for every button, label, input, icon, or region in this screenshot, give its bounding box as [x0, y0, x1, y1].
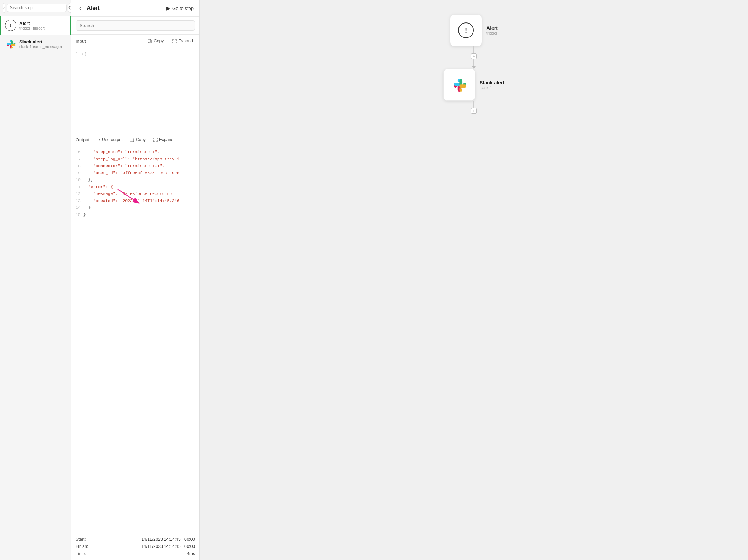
output-line-8: "connector": "terminate-1.1", [83, 162, 195, 170]
output-section-header: Output Use output Copy [71, 133, 199, 146]
sidebar-item-alert-sub: trigger (trigger) [19, 26, 45, 30]
slack-node-info: Slack alert slack-1 [480, 80, 504, 90]
slack-node-sub: slack-1 [480, 85, 504, 90]
finish-value: 14/11/2023 14:14:45 +00:00 [142, 544, 195, 549]
input-section: Input Copy Expand 1 {} [71, 35, 199, 133]
input-copy-button[interactable]: Copy [145, 37, 166, 45]
alert-node-icon: ! [458, 22, 474, 38]
output-label: Output [76, 137, 89, 142]
sidebar-item-slack[interactable]: Slack alert slack-1 (send_message) [0, 35, 71, 53]
sidebar-item-slack-name: Slack alert [19, 39, 62, 45]
slack-node-name: Slack alert [480, 80, 504, 85]
output-line-9: "user_id": "3ffd05cf-5535-4393-a098 [83, 170, 195, 177]
time-value: 4ms [187, 551, 195, 556]
input-line-numbers: 1 [76, 51, 78, 129]
sidebar-search-input[interactable] [7, 4, 67, 12]
output-code-area: 6789101112131415 "step_name": "terminate… [71, 146, 199, 533]
start-label: Start: [76, 537, 97, 542]
slack-icon [5, 38, 16, 50]
input-code-area: 1 {} [71, 47, 199, 133]
copy-icon [148, 39, 152, 43]
output-line-15: } [83, 211, 195, 218]
output-line-10: }, [83, 176, 195, 183]
connector-vline-mid [473, 59, 474, 66]
sidebar-item-slack-sub: slack-1 (send_message) [19, 45, 62, 49]
output-line-13: "created": "2023-11-14T14:14:45.346 [83, 197, 195, 204]
output-expand-button[interactable]: Expand [151, 136, 176, 143]
workflow-nodes: ! Alert trigger + [443, 14, 504, 114]
time-label: Time: [76, 551, 97, 556]
connector-vline-bottom [473, 101, 474, 108]
input-section-header: Input Copy Expand [71, 35, 199, 47]
svg-rect-5 [130, 138, 133, 141]
connector-1: + [471, 46, 477, 69]
output-line-14: } [83, 204, 195, 211]
finish-label: Finish: [76, 544, 97, 549]
input-code-content: {} [82, 51, 87, 129]
canvas-node-slack[interactable]: Slack alert slack-1 [443, 69, 504, 101]
expand-icon-2 [153, 138, 158, 142]
goto-step-button[interactable]: ▶ Go to step [166, 5, 194, 11]
connector-arrow [472, 66, 476, 69]
canvas-node-alert[interactable]: ! Alert trigger [450, 14, 498, 46]
start-value: 14/11/2023 14:14:45 +00:00 [142, 537, 195, 542]
sidebar-item-alert-name: Alert [19, 21, 45, 26]
slack-node-icon [451, 76, 468, 94]
main-header: ‹ Alert ▶ Go to step [71, 0, 199, 17]
sidebar-back-button[interactable]: ‹ [3, 3, 5, 13]
copy-icon-2 [130, 138, 134, 142]
sidebar-search-bar: ‹ [0, 0, 71, 16]
output-meta: Start: 14/11/2023 14:14:45 +00:00 Finish… [71, 533, 199, 560]
connector-2: + [471, 101, 477, 114]
use-output-button[interactable]: Use output [94, 136, 125, 143]
alert-node-card[interactable]: ! [450, 14, 482, 46]
connector-vline-top [473, 46, 474, 53]
canvas-area: ! Alert trigger + [200, 0, 748, 560]
output-line-7: "step_log_url": "https://app.tray.i [83, 156, 195, 163]
use-output-icon [96, 138, 101, 142]
svg-rect-3 [148, 39, 151, 42]
sidebar: ‹ ! Alert trigger (trigger) [0, 0, 71, 560]
main-panel: ‹ Alert ▶ Go to step Input Copy [71, 0, 200, 560]
main-search-area [71, 17, 199, 35]
input-expand-button[interactable]: Expand [170, 37, 195, 45]
meta-finish-row: Finish: 14/11/2023 14:14:45 +00:00 [76, 543, 195, 550]
expand-icon [172, 39, 177, 43]
output-code-content: "step_name": "terminate-1", "step_log_ur… [83, 149, 195, 530]
alert-node-name: Alert [486, 25, 498, 31]
output-copy-button[interactable]: Copy [128, 136, 148, 143]
main-back-button[interactable]: ‹ [77, 4, 83, 12]
alert-icon: ! [5, 20, 16, 31]
goto-step-label: Go to step [172, 6, 194, 11]
meta-start-row: Start: 14/11/2023 14:14:45 +00:00 [76, 536, 195, 543]
meta-time-row: Time: 4ms [76, 550, 195, 557]
main-title: Alert [87, 5, 163, 11]
cursor-icon: ▶ [166, 5, 170, 11]
output-line-11: "error": { [83, 183, 195, 191]
output-section: Output Use output Copy [71, 133, 199, 560]
main-search-input[interactable] [76, 20, 195, 31]
alert-node-sub: trigger [486, 31, 498, 35]
sidebar-item-alert[interactable]: ! Alert trigger (trigger) [0, 16, 71, 35]
output-line-12: "message": "Salesforce record not f [83, 190, 195, 197]
output-line-numbers: 6789101112131415 [76, 149, 81, 530]
alert-node-info: Alert trigger [486, 25, 498, 35]
slack-node-card[interactable] [443, 69, 475, 101]
input-label: Input [76, 38, 141, 44]
add-connector-button[interactable]: + [471, 53, 477, 59]
add-connector-button-2[interactable]: + [471, 108, 477, 114]
output-line-6: "step_name": "terminate-1", [83, 149, 195, 156]
